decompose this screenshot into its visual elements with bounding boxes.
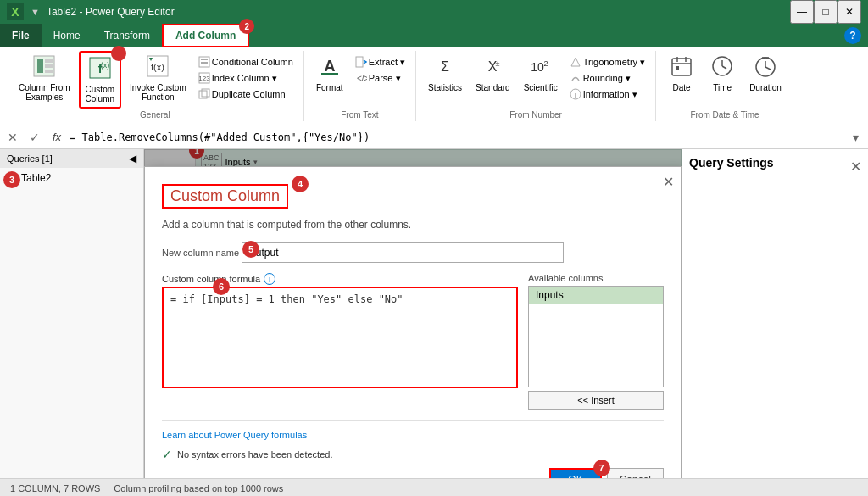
time-button[interactable]: Time	[704, 51, 741, 96]
ribbon-tabs: File Home Transform Add Column 2 ?	[0, 24, 868, 47]
general-group-label: General	[14, 109, 297, 121]
svg-rect-12	[201, 62, 208, 64]
help-button[interactable]: ?	[844, 27, 861, 44]
new-column-name-input[interactable]	[242, 242, 564, 263]
cancel-button[interactable]: Cancel	[607, 468, 664, 478]
learn-link[interactable]: Learn about Power Query formulas	[162, 430, 307, 440]
ribbon: File Home Transform Add Column 2 ?	[0, 24, 868, 125]
content-area: ABC123 Inputs ▾ 1 1 1 2 1 3 1	[144, 149, 682, 478]
formula-confirm-button[interactable]: ✓	[25, 128, 44, 147]
general-group-content: Column FromExamples f (x) CustomColumn	[14, 51, 297, 109]
duration-button[interactable]: Duration	[744, 51, 787, 96]
index-column-button[interactable]: 123 Index Column ▾	[195, 70, 297, 86]
annotation-badge-custom	[111, 46, 126, 61]
scientific-button[interactable]: 10 2 Scientific	[519, 51, 563, 96]
available-col-inputs[interactable]: Inputs	[529, 287, 663, 304]
syntax-message: No syntax errors have been detected.	[177, 449, 332, 460]
formula-input[interactable]	[70, 131, 843, 143]
parse-label: Parse ▾	[369, 73, 401, 84]
svg-rect-1	[37, 59, 43, 73]
close-button[interactable]: ✕	[837, 0, 861, 24]
date-button[interactable]: Date	[663, 51, 700, 96]
formula-info-icon[interactable]: i	[264, 273, 275, 285]
profiling-info: Column profiling based on top 1000 rows	[114, 483, 283, 493]
rounding-button[interactable]: Rounding ▾	[566, 70, 648, 86]
trigonometry-button[interactable]: Trigonometry ▾	[566, 54, 648, 70]
from-text-small: Extract ▾ </> Parse ▾	[352, 54, 409, 86]
formula-col: Custom column formula i 6	[162, 273, 518, 410]
duration-label: Duration	[749, 83, 782, 92]
custom-column-dialog: ✕ Custom Column 4 Add a column that is c…	[144, 166, 682, 478]
standard-icon: X ±	[481, 54, 504, 81]
information-label: Information ▾	[583, 89, 637, 100]
tab-home[interactable]: Home	[42, 24, 92, 47]
format-label: Format	[316, 83, 343, 92]
excel-icon: X	[7, 3, 24, 20]
duplicate-column-label: Duplicate Column	[212, 89, 286, 99]
from-number-small: Trigonometry ▾ Rounding ▾ i Information …	[566, 54, 648, 102]
query-list: ⚠ Table2 3	[0, 168, 143, 188]
conditional-column-button[interactable]: Conditional Column	[195, 54, 297, 70]
information-button[interactable]: i Information ▾	[566, 86, 648, 102]
ribbon-group-from-number: Σ Statistics X ± Standard	[416, 51, 656, 121]
annotation-badge-4: 4	[292, 176, 309, 192]
ribbon-content: Column FromExamples f (x) CustomColumn	[0, 47, 868, 125]
tab-add-column[interactable]: Add Column 2	[162, 24, 249, 47]
ribbon-group-general: Column FromExamples f (x) CustomColumn	[7, 51, 304, 121]
dialog-close-button[interactable]: ✕	[663, 174, 674, 190]
from-date-time-group-label: From Date & Time	[663, 109, 787, 121]
svg-text:Σ: Σ	[441, 59, 449, 74]
formula-row: Custom column formula i 6 Available colu…	[162, 273, 664, 410]
dialog-title: Custom Column	[162, 184, 288, 209]
statistics-button[interactable]: Σ Statistics	[423, 51, 467, 96]
fx-label: fx	[47, 131, 66, 143]
invoke-custom-function-button[interactable]: f(x) Invoke CustomFunction	[125, 51, 192, 105]
svg-text:2: 2	[543, 59, 548, 68]
new-column-name-label: New column name	[162, 248, 239, 258]
custom-column-button[interactable]: f (x) CustomColumn	[79, 51, 121, 109]
from-number-content: Σ Statistics X ± Standard	[423, 51, 648, 109]
formula-cancel-button[interactable]: ✕	[3, 128, 22, 147]
formula-dropdown-button[interactable]: ▾	[846, 128, 865, 147]
minimize-button[interactable]: —	[790, 0, 814, 24]
maximize-button[interactable]: □	[814, 0, 837, 24]
window-title: Table2 - Power Query Editor	[47, 6, 790, 18]
dialog-buttons: 7 OK Cancel	[162, 468, 664, 478]
settings-panel-close-button[interactable]: ✕	[850, 159, 861, 175]
annotation-badge-6: 6	[213, 278, 230, 295]
settings-panel-header: Query Settings ✕	[689, 156, 861, 176]
settings-panel-title: Query Settings	[689, 156, 774, 170]
annotation-badge-5: 5	[242, 241, 259, 258]
format-button[interactable]: A Format	[311, 51, 348, 96]
extract-button[interactable]: Extract ▾	[352, 54, 409, 70]
standard-button[interactable]: X ± Standard	[470, 51, 515, 96]
window-controls: — □ ✕	[790, 0, 861, 24]
svg-rect-19	[356, 57, 363, 67]
tab-file[interactable]: File	[0, 24, 42, 47]
available-columns-col: Available columns Inputs << Insert	[528, 273, 664, 410]
date-icon	[670, 54, 693, 81]
general-small-buttons: Conditional Column 123 Index Column ▾ Du…	[195, 54, 297, 102]
invoke-custom-function-icon: f(x)	[146, 54, 170, 81]
parse-button[interactable]: </> Parse ▾	[352, 70, 409, 86]
insert-button[interactable]: << Insert	[528, 391, 664, 410]
date-label: Date	[673, 83, 691, 92]
app-icon-group: X ▼	[7, 3, 40, 20]
extract-label: Extract ▾	[369, 57, 405, 68]
new-column-name-section: New column name 5	[162, 242, 664, 263]
from-text-group-label: From Text	[311, 109, 409, 121]
formula-spacer	[162, 391, 518, 399]
svg-rect-11	[201, 59, 208, 60]
query-panel-collapse-button[interactable]: ◀	[129, 153, 136, 164]
tab-transform[interactable]: Transform	[92, 24, 162, 47]
settings-panel: Query Settings ✕	[682, 149, 868, 478]
column-from-examples-button[interactable]: Column FromExamples	[14, 51, 75, 105]
ribbon-group-from-date-time: Date Time	[656, 51, 793, 121]
dialog-overlay: ✕ Custom Column 4 Add a column that is c…	[144, 149, 682, 478]
query-item-table2[interactable]: ⚠ Table2	[0, 168, 143, 188]
formula-textarea[interactable]	[162, 287, 518, 388]
formula-container: 6	[162, 287, 518, 391]
duplicate-column-button[interactable]: Duplicate Column	[195, 86, 297, 102]
svg-rect-3	[45, 64, 53, 68]
svg-rect-2	[45, 59, 53, 63]
